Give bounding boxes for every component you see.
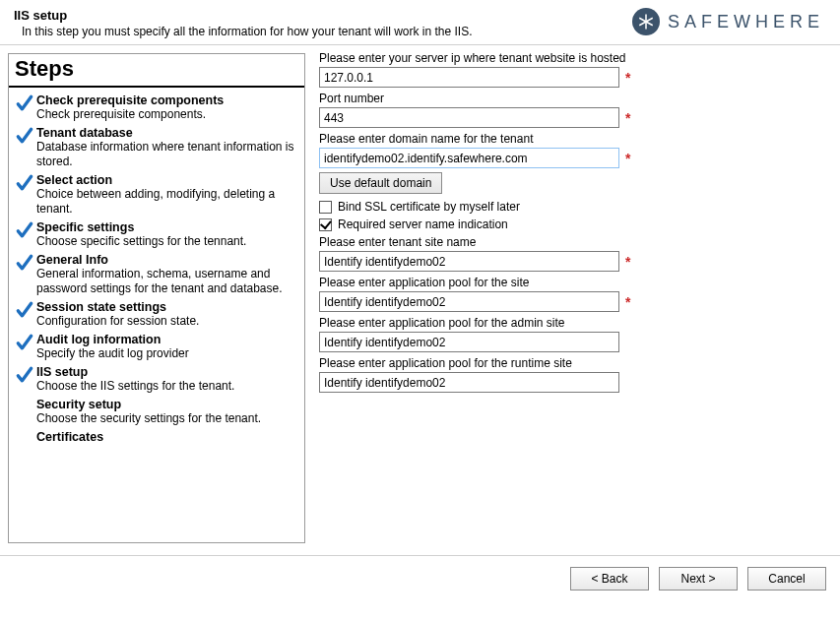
step-item[interactable]: General InfoGeneral information, schema,… [9,251,304,298]
runtime-pool-input[interactable] [319,372,619,393]
page-subtitle: In this step you must specify all the in… [14,25,473,38]
check-icon [15,300,36,320]
brand-text: SAFEWHERE [668,12,824,32]
step-name: IIS setup [36,365,298,379]
use-default-domain-button[interactable]: Use default domain [319,172,442,194]
step-item[interactable]: IIS setupChoose the IIS settings for the… [9,363,304,396]
check-icon [15,365,36,385]
server-ip-input[interactable] [319,67,619,88]
port-label: Port number [319,92,826,105]
step-desc: Database information where tenant inform… [36,140,298,169]
step-item[interactable]: Specific settingsChoose specific setting… [9,218,304,251]
bind-ssl-label: Bind SSL certificate by myself later [338,200,520,214]
step-desc: General information, schema, username an… [36,267,298,296]
checkbox-icon [319,201,332,214]
app-pool-label: Please enter application pool for the si… [319,276,826,289]
step-item[interactable]: Check prerequisite componentsCheck prere… [9,92,304,124]
check-icon [15,220,36,240]
sni-label: Required server name indication [338,218,508,231]
steps-panel: Steps Check prerequisite componentsCheck… [8,53,305,543]
required-marker: * [625,110,630,126]
cancel-button[interactable]: Cancel [747,567,826,591]
required-marker: * [625,70,630,86]
checkbox-checked-icon [319,218,332,231]
step-name: Certificates [36,430,298,444]
step-desc: Specify the audit log provider [36,346,298,361]
required-marker: * [625,151,630,166]
snowflake-icon [632,8,660,35]
domain-input[interactable] [319,148,619,168]
sni-checkbox[interactable]: Required server name indication [319,218,826,231]
step-name: Audit log information [36,333,298,346]
step-name: Select action [36,173,298,187]
required-marker: * [625,294,630,310]
step-name: Tenant database [36,126,298,140]
app-pool-input[interactable] [319,291,619,312]
port-input[interactable] [319,107,619,128]
form-panel: Please enter your server ip where tenant… [305,45,840,551]
step-desc: Choose the IIS settings for the tenant. [36,379,298,394]
step-name: Check prerequisite components [36,93,298,107]
step-desc: Choose the security settings for the ten… [36,411,298,426]
check-icon [15,173,36,193]
step-name: Security setup [36,398,298,411]
page-title: IIS setup [14,8,473,23]
step-item[interactable]: Session state settingsConfiguration for … [9,298,304,331]
check-icon [15,93,36,113]
step-item[interactable]: Audit log informationSpecify the audit l… [9,331,304,363]
required-marker: * [625,254,630,270]
back-button[interactable]: < Back [570,567,649,591]
admin-pool-input[interactable] [319,332,619,352]
brand: SAFEWHERE [632,8,826,35]
check-icon [15,253,36,273]
header: IIS setup In this step you must specify … [0,0,840,45]
step-name: General Info [36,253,298,267]
step-item[interactable]: Tenant databaseDatabase information wher… [9,124,304,171]
step-item[interactable]: Certificates [9,428,304,446]
steps-title: Steps [9,54,304,88]
check-icon [15,126,36,146]
step-item[interactable]: Security setupChoose the security settin… [9,396,304,428]
server-ip-label: Please enter your server ip where tenant… [319,51,826,65]
step-item[interactable]: Select actionChoice between adding, modi… [9,171,304,218]
site-name-label: Please enter tenant site name [319,235,826,249]
step-desc: Check prerequisite components. [36,107,298,122]
bind-ssl-checkbox[interactable]: Bind SSL certificate by myself later [319,200,826,214]
step-name: Session state settings [36,300,298,314]
step-desc: Choice between adding, modifying, deleti… [36,187,298,217]
admin-pool-label: Please enter application pool for the ad… [319,316,826,330]
domain-label: Please enter domain name for the tenant [319,132,826,146]
site-name-input[interactable] [319,251,619,272]
step-name: Specific settings [36,220,298,234]
check-icon [15,333,36,352]
runtime-pool-label: Please enter application pool for the ru… [319,356,826,370]
step-desc: Choose specific settings for the tennant… [36,234,298,249]
footer: < Back Next > Cancel [0,555,840,600]
step-desc: Configuration for session state. [36,314,298,329]
next-button[interactable]: Next > [659,567,738,591]
